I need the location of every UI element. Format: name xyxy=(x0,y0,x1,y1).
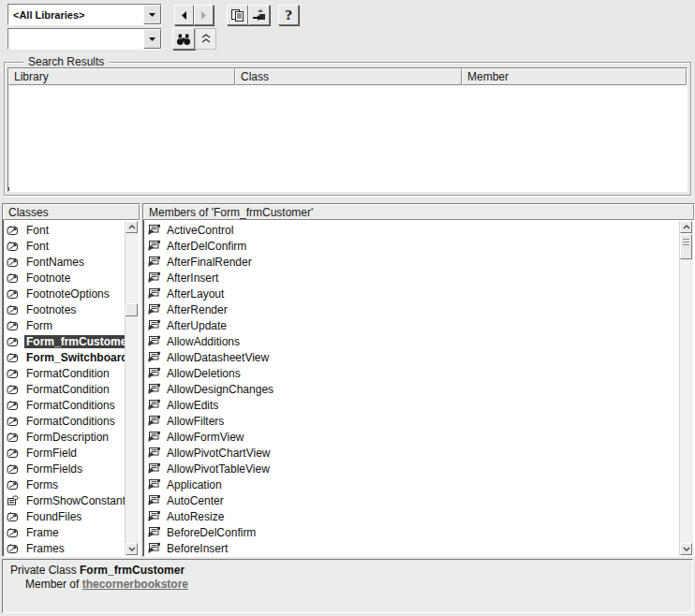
member-name-label: BeforeInsert xyxy=(165,542,229,555)
member-name-label: ActiveControl xyxy=(165,224,235,237)
classes-list[interactable]: Font Font xyxy=(4,222,126,555)
scrollbar-thumb[interactable] xyxy=(680,234,692,259)
scrollbar-thumb[interactable] xyxy=(126,303,138,316)
column-header-class[interactable]: Class xyxy=(235,68,462,85)
binoculars-icon xyxy=(176,33,191,46)
library-combo[interactable]: <All Libraries> xyxy=(7,4,162,25)
class-icon xyxy=(7,335,22,347)
member-name-label: AllowPivotChartView xyxy=(165,447,273,460)
object-browser-window: { "toolbar": { "library_combo_value": "<… xyxy=(0,0,695,616)
member-list-item[interactable]: AllowFilters xyxy=(144,413,680,429)
search-input[interactable] xyxy=(8,29,143,49)
member-list-item[interactable]: BeforeInsert xyxy=(144,540,680,555)
go-forward-button[interactable] xyxy=(194,5,214,25)
class-list-item[interactable]: FormField xyxy=(4,445,126,461)
search-combo[interactable] xyxy=(7,28,162,50)
class-list-item[interactable]: FoundFiles xyxy=(4,508,126,524)
copy-icon xyxy=(230,8,244,22)
member-list-item[interactable]: AllowFormView xyxy=(144,429,680,445)
class-icon xyxy=(7,399,22,411)
class-icon xyxy=(7,303,22,315)
details-line2: Member of thecornerbookstore xyxy=(25,578,685,592)
class-list-item[interactable]: FontNames xyxy=(4,254,126,270)
show-definition-icon xyxy=(252,8,266,22)
chevron-down-icon xyxy=(148,12,156,18)
member-list-item[interactable]: AfterFinalRender xyxy=(144,254,680,270)
member-name-label: AfterLayout xyxy=(165,287,226,301)
member-name-label: AfterUpdate xyxy=(165,319,229,332)
member-list-item[interactable]: AfterInsert xyxy=(144,270,680,286)
search-button[interactable] xyxy=(172,28,195,50)
class-icon xyxy=(7,447,22,459)
class-list-item[interactable]: FootnoteOptions xyxy=(4,286,126,301)
member-list-item[interactable]: AllowAdditions xyxy=(144,333,680,349)
class-list-item[interactable]: Form_frmCustomer xyxy=(4,333,126,349)
go-back-button[interactable] xyxy=(174,5,194,25)
help-button[interactable]: ? xyxy=(278,5,299,25)
hide-search-results-button[interactable] xyxy=(195,28,216,50)
property-icon xyxy=(147,351,162,363)
show-definition-button[interactable] xyxy=(248,5,270,25)
class-list-item[interactable]: FormFields xyxy=(4,461,126,477)
class-list-item[interactable]: Footnote xyxy=(4,270,126,286)
member-list-item[interactable]: AllowDatasheetView xyxy=(144,349,680,365)
class-name-label: FormatCondition xyxy=(24,383,111,396)
scroll-up-button[interactable] xyxy=(126,221,138,233)
class-icon xyxy=(7,351,22,363)
class-list-item[interactable]: Form_Switchboard xyxy=(4,349,126,365)
copy-button[interactable] xyxy=(227,5,248,25)
search-combo-dropdown-button[interactable] xyxy=(143,29,161,49)
scroll-down-button[interactable] xyxy=(680,543,692,555)
class-list-item[interactable]: FormShowConstant xyxy=(4,492,126,508)
class-list-item[interactable]: Font xyxy=(4,238,126,254)
member-list-item[interactable]: AutoCenter xyxy=(144,492,680,508)
class-icon xyxy=(7,319,22,331)
class-list-item[interactable]: Footnotes xyxy=(4,301,126,317)
member-name-label: AfterRender xyxy=(165,303,229,316)
class-list-item[interactable]: FormatConditions xyxy=(4,413,126,429)
class-name-label: Form xyxy=(24,319,54,332)
member-list-item[interactable]: BeforeDelConfirm xyxy=(144,524,680,540)
class-list-item[interactable]: FormatCondition xyxy=(4,365,126,381)
class-list-item[interactable]: Form xyxy=(4,317,126,333)
property-icon xyxy=(147,240,162,252)
member-list-item[interactable]: AfterUpdate xyxy=(144,317,680,333)
member-list-item[interactable]: AllowPivotChartView xyxy=(144,445,680,461)
members-scrollbar[interactable] xyxy=(679,221,693,555)
member-list-item[interactable]: AllowPivotTableView xyxy=(144,461,680,477)
library-combo-value[interactable]: <All Libraries> xyxy=(8,5,143,24)
class-list-item[interactable]: Frames xyxy=(4,540,126,555)
property-icon xyxy=(147,431,162,443)
scroll-down-button[interactable] xyxy=(126,543,138,555)
details-line1: Private Class Form_frmCustomer xyxy=(10,564,685,578)
class-list-item[interactable]: FormatCondition xyxy=(4,381,126,397)
library-link[interactable]: thecornerbookstore xyxy=(82,578,188,591)
search-results-listview[interactable]: Library Class Member xyxy=(7,67,688,192)
library-combo-dropdown-button[interactable] xyxy=(143,5,161,24)
property-icon xyxy=(147,494,162,506)
details-class-name: Form_frmCustomer xyxy=(80,564,185,577)
property-icon xyxy=(147,510,162,522)
classes-scrollbar[interactable] xyxy=(125,221,139,555)
class-list-item[interactable]: Forms xyxy=(4,477,126,492)
scroll-up-button[interactable] xyxy=(680,221,692,233)
member-list-item[interactable]: AllowDesignChanges xyxy=(144,381,680,397)
member-list-item[interactable]: AutoResize xyxy=(144,508,680,524)
column-header-library[interactable]: Library xyxy=(8,68,235,85)
member-list-item[interactable]: AfterDelConfirm xyxy=(144,238,680,254)
property-icon xyxy=(147,526,162,538)
members-list[interactable]: ActiveControl AfterDelConfirm xyxy=(144,222,680,555)
property-icon xyxy=(147,462,162,475)
class-list-item[interactable]: Frame xyxy=(4,524,126,540)
class-list-item[interactable]: Font xyxy=(4,222,126,238)
member-name-label: AllowPivotTableView xyxy=(165,462,272,476)
member-list-item[interactable]: AfterRender xyxy=(144,301,680,317)
member-list-item[interactable]: AfterLayout xyxy=(144,286,680,301)
member-list-item[interactable]: ActiveControl xyxy=(144,222,680,238)
class-list-item[interactable]: FormatConditions xyxy=(4,397,126,413)
member-list-item[interactable]: AllowEdits xyxy=(144,397,680,413)
member-list-item[interactable]: AllowDeletions xyxy=(144,365,680,381)
class-list-item[interactable]: FormDescription xyxy=(4,429,126,445)
column-header-member[interactable]: Member xyxy=(462,68,687,85)
member-list-item[interactable]: Application xyxy=(144,477,680,492)
